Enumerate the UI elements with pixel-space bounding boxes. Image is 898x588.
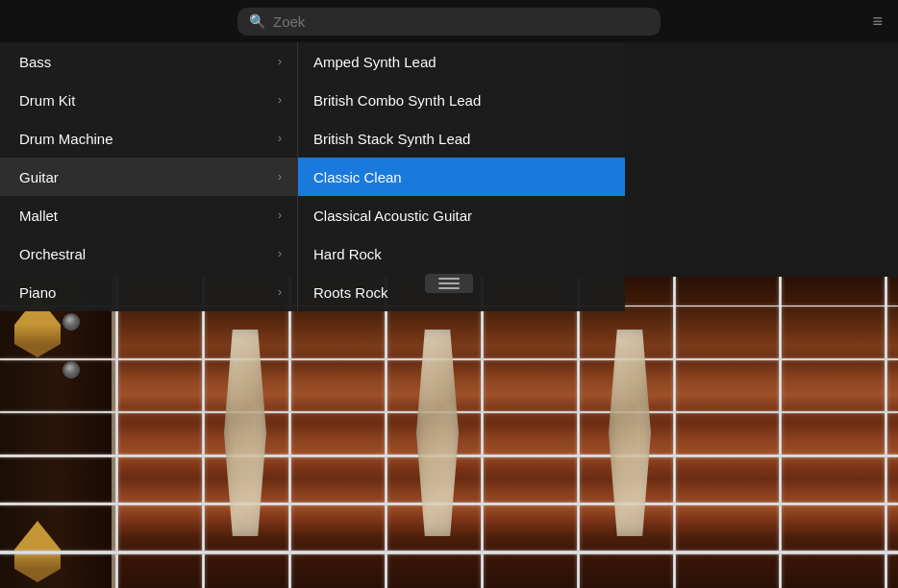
chevron-icon: › xyxy=(278,55,282,68)
fret-line-7 xyxy=(779,277,782,588)
peg-screw-2 xyxy=(62,361,80,379)
tuning-peg-bottom xyxy=(14,521,61,578)
category-item-drum-machine[interactable]: Drum Machine › xyxy=(0,119,297,158)
chevron-icon: › xyxy=(278,208,282,222)
fret-line-8 xyxy=(885,277,887,588)
handle-line-2 xyxy=(438,282,460,284)
category-label: Piano xyxy=(19,284,56,301)
handle-line-1 xyxy=(438,278,460,280)
fret-marker-0 xyxy=(224,330,266,536)
search-icon: 🔍 xyxy=(249,13,265,29)
search-wrapper: 🔍 xyxy=(237,8,661,36)
preset-label: British Stack Synth Lead xyxy=(313,131,470,147)
fret-marker-1 xyxy=(416,330,459,536)
chevron-icon: › xyxy=(278,132,282,145)
preset-label: Roots Rock xyxy=(313,284,388,301)
collapse-handle[interactable] xyxy=(425,274,473,293)
category-item-guitar[interactable]: Guitar › xyxy=(0,158,297,196)
fret-line-3 xyxy=(385,277,387,588)
presets-column: Amped Synth LeadBritish Combo Synth Lead… xyxy=(298,42,625,311)
category-item-piano[interactable]: Piano › xyxy=(0,273,297,311)
preset-label: Hard Rock xyxy=(313,246,382,262)
preset-item-british-combo-synth-lead[interactable]: British Combo Synth Lead xyxy=(298,81,625,119)
fret-line-0 xyxy=(115,277,118,588)
preset-label: Amped Synth Lead xyxy=(313,54,437,70)
category-label: Bass xyxy=(19,54,51,70)
string-line-5 xyxy=(0,551,898,554)
preset-label: Classical Acoustic Guitar xyxy=(313,208,472,224)
category-item-mallet[interactable]: Mallet › xyxy=(0,196,297,234)
fret-line-5 xyxy=(577,277,580,588)
tuning-area xyxy=(0,277,115,588)
category-label: Drum Machine xyxy=(19,131,113,147)
fret-marker-2 xyxy=(609,330,651,536)
handle-line-3 xyxy=(438,287,460,289)
chevron-icon: › xyxy=(278,285,282,299)
preset-label: British Combo Synth Lead xyxy=(313,92,481,109)
dropdown-panel: Bass ›Drum Kit ›Drum Machine ›Guitar ›Ma… xyxy=(0,42,625,311)
fret-line-6 xyxy=(673,277,676,588)
fret-line-4 xyxy=(481,277,484,588)
search-bar: 🔍 ≡ xyxy=(0,0,898,42)
chevron-icon: › xyxy=(278,170,282,184)
categories-column: Bass ›Drum Kit ›Drum Machine ›Guitar ›Ma… xyxy=(0,42,298,311)
preset-item-amped-synth-lead[interactable]: Amped Synth Lead xyxy=(298,42,625,81)
search-input[interactable] xyxy=(273,13,649,30)
preset-item-classical-acoustic-guitar[interactable]: Classical Acoustic Guitar xyxy=(298,196,625,234)
preset-item-british-stack-synth-lead[interactable]: British Stack Synth Lead xyxy=(298,119,625,158)
chevron-icon: › xyxy=(278,247,282,260)
preset-item-hard-rock[interactable]: Hard Rock xyxy=(298,234,625,273)
category-label: Drum Kit xyxy=(19,92,75,109)
preset-label: Classic Clean xyxy=(313,169,402,185)
handle-lines xyxy=(438,278,460,289)
category-label: Guitar xyxy=(19,169,59,185)
category-label: Orchestral xyxy=(19,246,86,262)
fretboard[interactable] xyxy=(0,277,898,588)
preset-item-classic-clean[interactable]: Classic Clean xyxy=(298,158,625,196)
category-label: Mallet xyxy=(19,208,58,224)
fretboard-container xyxy=(0,277,898,588)
menu-icon[interactable]: ≡ xyxy=(872,12,883,32)
category-item-orchestral[interactable]: Orchestral › xyxy=(0,234,297,273)
category-item-bass[interactable]: Bass › xyxy=(0,42,297,81)
chevron-icon: › xyxy=(278,93,282,107)
fret-line-1 xyxy=(202,277,205,588)
category-item-drum-kit[interactable]: Drum Kit › xyxy=(0,81,297,119)
peg-screw-1 xyxy=(62,313,80,331)
fret-line-2 xyxy=(288,277,291,588)
